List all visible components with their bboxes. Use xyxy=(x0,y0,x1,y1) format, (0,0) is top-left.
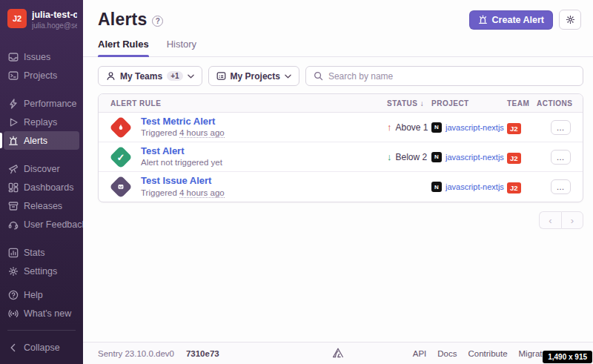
sentry-version: Sentry 23.10.0.dev0 xyxy=(98,349,174,358)
sidebar-item-label: What's new xyxy=(24,308,71,319)
sidebar-item-label: Alerts xyxy=(24,136,47,146)
teams-count-badge: +1 xyxy=(167,71,182,81)
help-tooltip-icon[interactable]: ? xyxy=(152,16,163,27)
alert-rule-link[interactable]: Test Metric Alert xyxy=(141,116,225,128)
project-link[interactable]: javascript-nextjs xyxy=(445,182,504,191)
sidebar-item-whats-new[interactable]: What's new xyxy=(4,304,79,322)
sidebar-item-projects[interactable]: Projects xyxy=(4,66,79,85)
previous-page-button[interactable]: ‹ xyxy=(539,211,561,229)
sidebar-item-alerts[interactable]: Alerts xyxy=(4,131,79,150)
sidebar-item-help[interactable]: Help xyxy=(4,285,79,304)
alert-rule-link[interactable]: Test Issue Alert xyxy=(141,175,225,187)
settings-icon xyxy=(8,266,19,277)
my-teams-label: My Teams xyxy=(120,71,162,82)
alert-rules-table: Alert Rule Status ↓ Project Team Actions… xyxy=(98,93,583,202)
sidebar-item-label: Releases xyxy=(24,201,62,211)
sidebar-item-label: Discover xyxy=(24,164,60,174)
footer-link-docs[interactable]: Docs xyxy=(437,349,457,358)
team-badge: J2 xyxy=(507,182,521,193)
org-avatar: J2 xyxy=(7,9,27,28)
pagination: ‹ › xyxy=(83,211,583,229)
sentry-logo-icon xyxy=(331,347,345,360)
project-link[interactable]: javascript-nextjs xyxy=(445,153,504,162)
sidebar: J2 julia-test-org-2 … julia.hoge@sentry.… xyxy=(0,0,83,364)
search-input[interactable] xyxy=(328,71,575,82)
org-switcher[interactable]: J2 julia-test-org-2 … julia.hoge@sentry.… xyxy=(0,0,83,38)
chevron-down-icon xyxy=(285,74,291,79)
sidebar-item-label: Stats xyxy=(24,248,45,258)
issue-alert-icon xyxy=(109,175,132,198)
footer-link-api[interactable]: API xyxy=(413,349,427,358)
my-projects-filter-button[interactable]: My Projects xyxy=(208,66,299,86)
table-row: Test Issue Alert Triggered 4 hours ago N… xyxy=(99,172,583,202)
team-cell: J2 xyxy=(507,180,532,193)
broadcast-icon xyxy=(8,308,19,319)
search-icon xyxy=(314,71,323,81)
sidebar-item-performance[interactable]: Performance xyxy=(4,94,79,113)
tab-bar: Alert Rules History xyxy=(83,39,593,57)
column-header-status[interactable]: Status ↓ xyxy=(387,99,427,107)
status-cell: ↑ Above 1 xyxy=(387,122,427,133)
resolved-alert-icon: ✓ xyxy=(109,145,132,168)
next-page-button[interactable]: › xyxy=(561,211,583,229)
tab-history[interactable]: History xyxy=(167,39,196,56)
sidebar-item-dashboards[interactable]: Dashboards xyxy=(4,178,79,196)
main-content: Alerts ? Create Alert Alert Rules Histor… xyxy=(83,0,593,364)
table-row: ✓ Test Alert Alert not triggered yet ↓ B… xyxy=(99,142,583,172)
sidebar-item-replays[interactable]: Replays xyxy=(4,113,79,131)
row-actions-button[interactable]: … xyxy=(551,150,571,165)
team-cell: J2 xyxy=(507,150,532,164)
sidebar-divider xyxy=(7,330,76,331)
arrow-up-icon: ↑ xyxy=(387,122,392,133)
stats-icon xyxy=(8,248,19,258)
column-header-alert-rule: Alert Rule xyxy=(110,99,382,107)
sidebar-item-stats[interactable]: Stats xyxy=(4,243,79,262)
create-alert-label: Create Alert xyxy=(492,15,544,25)
alerts-settings-button[interactable] xyxy=(559,10,581,30)
performance-icon xyxy=(8,99,19,109)
create-alert-button[interactable]: Create Alert xyxy=(469,10,553,30)
table-row: Test Metric Alert Triggered 4 hours ago … xyxy=(99,113,583,142)
sidebar-item-settings[interactable]: Settings xyxy=(4,262,79,280)
project-icon xyxy=(216,71,226,81)
my-teams-filter-button[interactable]: My Teams +1 xyxy=(98,66,202,86)
project-link[interactable]: javascript-nextjs xyxy=(445,123,504,132)
alert-rule-link[interactable]: Test Alert xyxy=(141,145,222,157)
sort-desc-icon: ↓ xyxy=(420,99,425,107)
org-email: julia.hoge@sentry.io xyxy=(32,21,77,31)
sidebar-item-label: Dashboards xyxy=(24,182,73,193)
footer: Sentry 23.10.0.dev0 7310e73 API Docs Con… xyxy=(83,342,593,364)
metric-alert-icon xyxy=(109,116,132,139)
sidebar-item-issues[interactable]: Issues xyxy=(4,47,79,66)
screen-size-indicator: 1,490 x 915 xyxy=(543,351,592,363)
chevron-left-icon xyxy=(8,343,19,353)
projects-icon xyxy=(8,70,19,81)
relative-time: 4 hours ago xyxy=(179,128,225,138)
row-actions-button[interactable]: … xyxy=(551,120,571,135)
user-feedback-icon xyxy=(8,219,19,230)
status-label: Below 2 xyxy=(396,152,428,162)
nextjs-platform-icon: N xyxy=(431,152,442,162)
sidebar-item-discover[interactable]: Discover xyxy=(4,159,79,178)
sidebar-collapse-button[interactable]: Collapse xyxy=(4,338,79,357)
sidebar-item-label: Settings xyxy=(24,266,57,277)
dashboards-icon xyxy=(8,182,19,193)
siren-icon xyxy=(478,15,488,24)
relative-time: 4 hours ago xyxy=(179,188,225,198)
gear-icon xyxy=(566,15,575,24)
arrow-down-icon: ↓ xyxy=(387,151,392,162)
sidebar-item-label: Help xyxy=(24,290,43,300)
sidebar-item-releases[interactable]: Releases xyxy=(4,196,79,215)
team-badge: J2 xyxy=(507,123,521,134)
nextjs-platform-icon: N xyxy=(431,182,442,192)
row-actions-button[interactable]: … xyxy=(551,179,571,194)
sidebar-item-label: Issues xyxy=(24,52,50,62)
alerts-icon xyxy=(8,136,19,146)
sidebar-item-label: User Feedback xyxy=(24,219,83,230)
footer-link-contribute[interactable]: Contribute xyxy=(468,349,507,358)
org-name: julia-test-org-2 … xyxy=(32,10,77,21)
issues-icon xyxy=(8,52,19,62)
tab-alert-rules[interactable]: Alert Rules xyxy=(98,39,149,56)
discover-icon xyxy=(8,164,19,174)
sidebar-item-user-feedback[interactable]: User Feedback xyxy=(4,215,79,234)
